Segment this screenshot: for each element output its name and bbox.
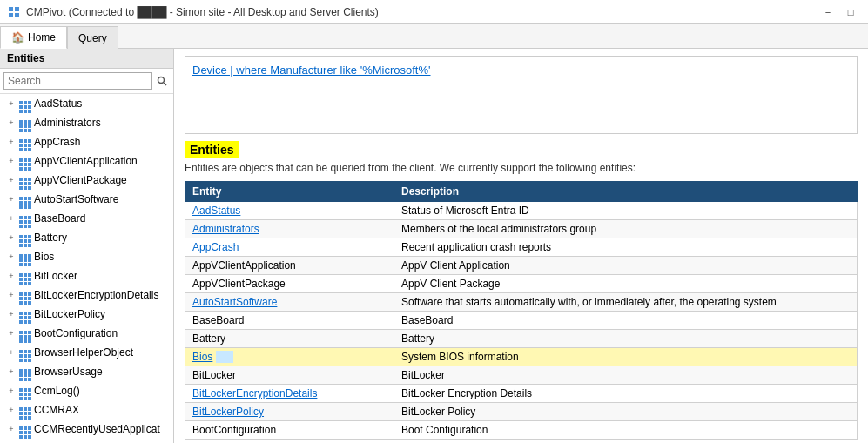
sidebar: Entities +AadStatus+Administrators+AppCr… (0, 49, 174, 443)
sidebar-item-appv-client-app[interactable]: +AppVClientApplication (0, 151, 173, 171)
sidebar-item-ccm-webapp[interactable]: +CCMWebAppInstallInfo (0, 439, 173, 443)
entity-link[interactable]: AutoStartSoftware (192, 296, 277, 308)
sidebar-item-label: BootConfiguration (34, 327, 118, 339)
entity-icon (19, 267, 30, 285)
expand-icon: + (7, 367, 16, 376)
search-box (0, 69, 173, 94)
sidebar-item-bitlocker[interactable]: +BitLocker (0, 266, 173, 285)
entity-icon (19, 325, 30, 342)
expand-icon: + (7, 214, 16, 223)
description-cell: Members of the local administrators grou… (394, 220, 858, 238)
entity-link[interactable]: AadStatus (192, 205, 240, 217)
minimize-button[interactable]: − (818, 4, 838, 20)
description-cell: System BIOS information (394, 348, 858, 366)
sidebar-item-bitlocker-enc[interactable]: +BitLockerEncryptionDetails (0, 285, 173, 305)
search-input[interactable] (3, 72, 152, 90)
sidebar-item-app-crash[interactable]: +AppCrash (0, 132, 173, 151)
tab-query[interactable]: Query (67, 26, 118, 49)
sidebar-item-label: Bios (34, 251, 54, 263)
sidebar-item-auto-start[interactable]: +AutoStartSoftware (0, 190, 173, 209)
entity-icon (19, 191, 30, 208)
entity-cell: BaseBoard (185, 312, 394, 330)
maximize-button[interactable]: □ (840, 4, 861, 20)
svg-rect-2 (9, 13, 13, 17)
description-cell: Boot Configuration (394, 421, 858, 440)
sidebar-item-appv-client-pkg[interactable]: +AppVClientPackage (0, 171, 173, 190)
table-row: AppVClientApplicationAppV Client Applica… (185, 257, 858, 275)
table-row: BitLockerPolicyBitLocker Policy (185, 403, 858, 421)
query-area: Device | where Manufacturer like '%Micro… (185, 56, 858, 134)
entity-icon (19, 152, 30, 170)
sidebar-item-bitlocker-policy[interactable]: +BitLockerPolicy (0, 305, 173, 324)
entity-icon (19, 440, 30, 443)
entity-cell: BitLocker (185, 366, 394, 385)
expand-icon: + (7, 252, 16, 261)
expand-icon: + (7, 118, 16, 127)
entity-link[interactable]: BitLockerEncryptionDetails (192, 387, 317, 399)
entity-icon (19, 286, 30, 304)
svg-rect-1 (15, 7, 19, 11)
sidebar-item-ccmrax[interactable]: +CCMRAX (0, 400, 173, 420)
title-bar-text: CMPivot (Connected to ████ - Simon site … (26, 6, 812, 18)
sidebar-item-browser-usage[interactable]: +BrowserUsage (0, 362, 173, 381)
sidebar-item-label: CCMRAX (34, 404, 79, 416)
sidebar-item-label: BitLockerEncryptionDetails (34, 289, 158, 301)
query-link[interactable]: Device | where Manufacturer like '%Micro… (192, 64, 431, 77)
svg-rect-3 (15, 13, 19, 17)
svg-rect-0 (9, 7, 13, 11)
expand-icon: + (7, 195, 16, 204)
sidebar-item-label: AutoStartSoftware (34, 193, 118, 205)
entity-cell: AppVClientApplication (185, 257, 394, 275)
table-row: BiosSystem BIOS information (185, 348, 858, 366)
entity-icon (19, 344, 30, 361)
entity-icon (19, 305, 30, 323)
table-row: AdministratorsMembers of the local admin… (185, 220, 858, 238)
sidebar-item-baseboard[interactable]: +BaseBoard (0, 209, 173, 228)
entity-cell: BootConfiguration (185, 421, 394, 440)
entities-header: Entities (185, 141, 858, 158)
entity-icon (19, 401, 30, 419)
description-cell: Battery (394, 330, 858, 348)
sidebar-item-aad-status[interactable]: +AadStatus (0, 94, 173, 113)
entity-link[interactable]: Administrators (192, 223, 259, 235)
entity-icon (19, 133, 30, 151)
description-cell: AppV Client Application (394, 257, 858, 275)
sidebar-item-ccm-recently[interactable]: +CCMRecentlyUsedApplicat (0, 420, 173, 439)
col-entity: Entity (185, 182, 394, 202)
sidebar-item-bios[interactable]: +Bios (0, 247, 173, 266)
tab-home[interactable]: 🏠 Home (0, 26, 67, 49)
entity-link[interactable]: Bios (192, 351, 212, 363)
sidebar-item-label: BrowserHelperObject (34, 346, 133, 359)
sidebar-item-boot-config[interactable]: +BootConfiguration (0, 324, 173, 343)
expand-icon: + (7, 176, 16, 185)
table-row: BitLockerEncryptionDetailsBitLocker Encr… (185, 385, 858, 403)
content-area: Entities +AadStatus+Administrators+AppCr… (0, 49, 868, 443)
sidebar-item-label: BrowserUsage (34, 366, 103, 378)
svg-point-4 (158, 77, 165, 84)
sidebar-list: +AadStatus+Administrators+AppCrash+AppVC… (0, 94, 173, 443)
sidebar-item-battery[interactable]: +Battery (0, 228, 173, 247)
description-cell: BitLocker (394, 366, 858, 385)
app-icon (7, 5, 21, 19)
expand-icon: + (7, 348, 16, 357)
search-button[interactable] (154, 72, 170, 90)
title-bar: CMPivot (Connected to ████ - Simon site … (0, 0, 868, 24)
sidebar-item-label: BitLocker (34, 270, 77, 282)
sidebar-title: Entities (0, 49, 173, 69)
sidebar-item-ccm-log[interactable]: +CcmLog() (0, 381, 173, 400)
entity-icon (19, 363, 30, 380)
sidebar-item-administrators[interactable]: +Administrators (0, 113, 173, 132)
entity-cell: AppVClientPackage (185, 275, 394, 293)
expand-icon: + (7, 157, 16, 165)
search-icon (157, 76, 167, 86)
entity-link[interactable]: BitLockerPolicy (192, 406, 264, 418)
entities-description: Entities are objects that can be queried… (185, 162, 858, 174)
home-icon: 🏠 (11, 31, 24, 44)
sidebar-item-label: AppCrash (34, 136, 80, 148)
entity-icon (19, 114, 30, 131)
sidebar-item-browser-helper[interactable]: +BrowserHelperObject (0, 343, 173, 362)
table-row: AadStatusStatus of Microsoft Entra ID (185, 202, 858, 220)
entity-link[interactable]: AppCrash (192, 241, 239, 253)
table-row: AppVClientPackageAppV Client Package (185, 275, 858, 293)
description-cell: BitLocker Encryption Details (394, 385, 858, 403)
